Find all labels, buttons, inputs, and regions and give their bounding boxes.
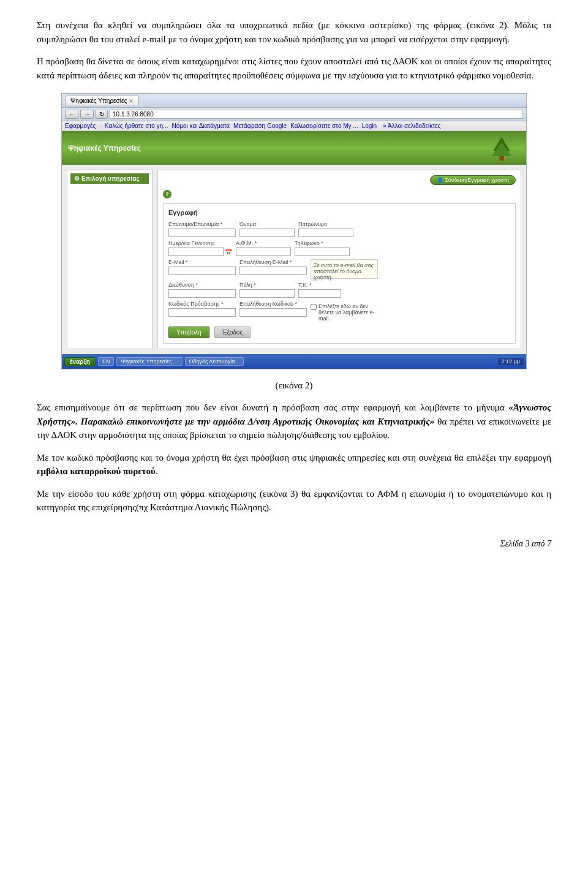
paragraph-3-start: Σας επισημαίνουμε ότι σε περίπτωση που δ…	[37, 402, 505, 412]
browser-titlebar: Ψηφιακές Υπηρεσίες ✕	[62, 94, 526, 108]
field-patronymic: Πατρώνυμο	[298, 221, 353, 237]
paragraph-4-end: .	[156, 466, 158, 476]
form-buttons: Υποβολή Έξοδος	[168, 327, 510, 338]
signin-area: 👤 Σύνδεση/Εγγραφή χρήστη	[163, 175, 516, 185]
taskbar-guide[interactable]: Οδηγός Λειτουργία...	[185, 357, 244, 366]
form-row-5: Κωδικός Πρόσβασης * Επαλήθευση Κωδικού *	[168, 301, 510, 322]
browser-tab[interactable]: Ψηφιακές Υπηρεσίες ✕	[65, 96, 139, 105]
screenshot-container: Ψηφιακές Υπηρεσίες ✕ ← → ↻ Εφαρμογές | Κ…	[61, 93, 527, 369]
taskbar-lang[interactable]: EN	[98, 357, 115, 366]
site-logo: Ψηφιακές Υπηρεσίες	[68, 144, 141, 153]
taskbar-clock: 2:12 μμ	[498, 358, 524, 365]
bookmarks-bar: Εφαρμογές | Καλώς ήρθατε στο γη... Νόμοι…	[62, 121, 526, 131]
bookmark-more[interactable]: » Άλλοι σελιδοδείκτες	[383, 123, 440, 129]
field-phone: Τηλέφωνο *	[295, 240, 350, 256]
taskbar-digital[interactable]: Ψηφιακές Υπηρεσίες ...	[116, 357, 182, 366]
bookmark-my[interactable]: Καλωσορίσατε στο My ...	[290, 123, 358, 129]
bookmark-login[interactable]: Login	[362, 123, 377, 129]
paragraph-4-start: Με τον κωδικό πρόσβασης και το όνομα χρή…	[37, 453, 551, 463]
page-body: ⚙ Επιλογή υπηρεσίας 👤 Σύνδεση/Εγγραφή χρ…	[62, 165, 526, 354]
input-password-confirm[interactable]	[239, 308, 307, 317]
calendar-icon[interactable]: 📅	[225, 249, 232, 255]
page-header: Ψηφιακές Υπηρεσίες	[62, 131, 526, 165]
input-tk[interactable]	[298, 289, 341, 298]
checkbox-area: Επιλέξτε εδώ αν δεν θέλετε να λαμβάνετε …	[311, 302, 384, 322]
page-content: Στη συνέχεια θα κληθεί να συμπληρώσει όλ…	[37, 18, 551, 549]
label-city: Πόλη *	[239, 282, 295, 288]
browser-page: Ψηφιακές Υπηρεσίες ⚙ Επιλογή υπηρεσίας	[62, 131, 526, 354]
no-email-checkbox[interactable]	[311, 304, 317, 310]
date-input-area: 📅	[168, 247, 232, 256]
left-panel-label: Επιλογή υπηρεσίας	[81, 175, 140, 182]
label-birthdate: Ημερ/νία Γέννησης	[168, 240, 232, 246]
label-address: Διεύθυνση *	[168, 282, 236, 288]
input-surname[interactable]	[168, 229, 236, 237]
input-address[interactable]	[168, 289, 236, 298]
left-panel: ⚙ Επιλογή υπηρεσίας	[67, 170, 153, 349]
paragraph-1-text: Στη συνέχεια θα κληθεί να συμπληρώσει όλ…	[37, 20, 551, 44]
signin-button[interactable]: 👤 Σύνδεση/Εγγραφή χρήστη	[430, 175, 516, 185]
email-note: Σε αυτό το e-mail θα σας αποσταλεί το όν…	[311, 259, 378, 279]
bookmark-apps[interactable]: Εφαρμογές	[65, 123, 96, 129]
submit-button[interactable]: Υποβολή	[168, 327, 209, 338]
form-row-3: E-Mail * Επαλήθευση E-Mail * Σε αυτό το …	[168, 259, 510, 279]
field-birthdate: Ημερ/νία Γέννησης 📅	[168, 240, 232, 256]
paragraph-5: Με την είσοδο του κάθε χρήστη στη φόρμα …	[37, 487, 551, 515]
label-email-confirm: Επαλήθευση E-Mail *	[239, 259, 307, 265]
input-name[interactable]	[239, 229, 295, 237]
label-afm: Α.Φ.Μ. *	[236, 240, 291, 246]
paragraph-3b-text: Παρακαλώ επικοινωνήστε με την αρμόδια Δ/…	[81, 417, 435, 426]
help-icon[interactable]: ?	[163, 190, 172, 198]
exit-button[interactable]: Έξοδος	[214, 327, 251, 338]
forward-button[interactable]: →	[80, 110, 94, 119]
label-surname: Επώνυμο/Επωνυμία *	[168, 221, 236, 227]
left-panel-title: ⚙ Επιλογή υπηρεσίας	[70, 173, 149, 184]
address-bar[interactable]	[110, 110, 523, 119]
input-phone[interactable]	[295, 247, 350, 256]
label-tk: Τ.Κ. *	[298, 282, 341, 288]
input-city[interactable]	[239, 289, 295, 298]
left-panel-settings-icon: ⚙	[74, 175, 80, 182]
input-birthdate[interactable]	[168, 247, 224, 256]
help-area: ?	[163, 190, 516, 198]
checkbox-row: Επιλέξτε εδώ αν δεν θέλετε να λαμβάνετε …	[311, 303, 384, 322]
browser-controls: ← → ↻	[62, 108, 526, 121]
field-password: Κωδικός Πρόσβασης *	[168, 301, 236, 317]
form-row-1: Επώνυμο/Επωνυμία * Όνομα Πατρώνυμο	[168, 221, 510, 237]
paragraph-1: Στη συνέχεια θα κληθεί να συμπληρώσει όλ…	[37, 18, 551, 46]
page-footer: Σελίδα 3 από 7	[37, 539, 551, 549]
input-patronymic[interactable]	[298, 229, 353, 237]
paragraph-4: Με τον κωδικό πρόσβασης και το όνομα χρή…	[37, 451, 551, 478]
input-afm[interactable]	[236, 247, 291, 256]
registration-section: Εγγραφή Επώνυμο/Επωνυμία * Όνομα	[163, 203, 516, 344]
checkbox-label: Επιλέξτε εδώ αν δεν θέλετε να λαμβάνετε …	[318, 303, 384, 322]
svg-rect-2	[499, 156, 503, 161]
refresh-button[interactable]: ↻	[96, 110, 108, 119]
paragraph-2: Η πρόσβαση θα δίνεται σε όσους είναι κατ…	[37, 55, 551, 82]
signin-icon: 👤	[437, 177, 443, 183]
back-button[interactable]: ←	[65, 110, 78, 119]
start-button[interactable]: έναρξη	[64, 357, 96, 366]
footer-text: Σελίδα 3 από 7	[500, 539, 551, 548]
bookmark-translate[interactable]: Μετάφραση Google	[233, 123, 287, 129]
input-email-confirm[interactable]	[239, 266, 307, 275]
main-content: 👤 Σύνδεση/Εγγραφή χρήστη ? Εγγραφή	[157, 170, 521, 349]
label-phone: Τηλέφωνο *	[295, 240, 350, 246]
field-tk: Τ.Κ. *	[298, 282, 341, 298]
header-tree-icon	[489, 134, 514, 162]
field-password-confirm: Επαλήθευση Κωδικού *	[239, 301, 307, 317]
label-password-confirm: Επαλήθευση Κωδικού *	[239, 301, 307, 307]
tab-label: Ψηφιακές Υπηρεσίες	[70, 97, 127, 104]
bookmark-welcome[interactable]: Καλώς ήρθατε στο γη...	[105, 123, 168, 129]
tab-close-icon[interactable]: ✕	[129, 98, 134, 104]
label-patronymic: Πατρώνυμο	[298, 221, 353, 227]
input-email[interactable]	[168, 266, 236, 275]
caption: (εικόνα 2)	[37, 380, 551, 391]
paragraph-5-text: Με την είσοδο του κάθε χρήστη στη φόρμα …	[37, 489, 551, 513]
bookmark-laws[interactable]: Νόμοι και Διατάγματα	[172, 123, 230, 129]
field-address: Διεύθυνση *	[168, 282, 236, 298]
form-section-title: Εγγραφή	[168, 209, 510, 216]
input-password[interactable]	[168, 308, 236, 317]
field-name: Όνομα	[239, 221, 295, 237]
field-afm: Α.Φ.Μ. *	[236, 240, 291, 256]
